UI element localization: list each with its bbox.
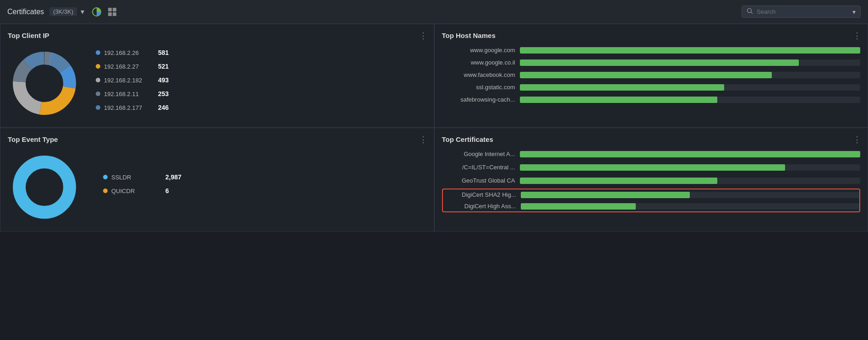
main-grid: Top Client IP ⋮ xyxy=(0,24,868,232)
legend-value: 246 xyxy=(158,104,169,111)
svg-rect-4 xyxy=(113,12,116,16)
top-client-ip-title: Top Client IP xyxy=(8,32,426,39)
svg-rect-1 xyxy=(108,8,112,11)
legend-label: 192.168.2.26 xyxy=(104,49,154,56)
bar-track xyxy=(520,47,861,54)
legend-dot xyxy=(96,105,100,110)
cert-bar-track xyxy=(521,203,860,210)
client-ip-donut-chart xyxy=(8,47,81,120)
bar-fill xyxy=(520,72,772,78)
legend-dot xyxy=(96,92,100,96)
top-event-type-title: Top Event Type xyxy=(8,135,426,143)
legend-label: 192.168.2.27 xyxy=(104,63,154,70)
cert-bar-item: DigiCert High Ass... xyxy=(443,203,860,210)
count-dropdown-button[interactable]: ▾ xyxy=(81,7,84,16)
svg-line-6 xyxy=(751,12,753,14)
svg-point-14 xyxy=(19,162,70,212)
cert-bar-track xyxy=(520,178,861,184)
bar-item: ssl.gstatic.com xyxy=(442,84,861,91)
bar-fill xyxy=(520,47,861,54)
cert-bar-label: GeoTrust Global CA xyxy=(442,177,515,184)
legend-item: 192.168.2.26 581 xyxy=(96,49,169,56)
cert-bar-fill xyxy=(521,203,636,210)
event-type-legend: SSLDR 2,987 QUICDR 6 xyxy=(103,173,181,201)
legend-item: QUICDR 6 xyxy=(103,187,181,194)
bar-fill xyxy=(520,59,799,66)
legend-item: 192.168.2.27 521 xyxy=(96,63,169,70)
svg-rect-3 xyxy=(108,12,112,16)
pie-chart-view-button[interactable] xyxy=(92,7,102,17)
event-type-content: SSLDR 2,987 QUICDR 6 xyxy=(8,151,426,224)
bar-label: www.google.com xyxy=(442,47,515,54)
legend-dot xyxy=(103,189,108,193)
legend-value: 2,987 xyxy=(165,173,181,181)
cert-bar-fill xyxy=(520,178,717,184)
legend-dot xyxy=(103,175,108,179)
svg-point-5 xyxy=(748,9,752,13)
legend-dot xyxy=(96,78,100,82)
cert-bar-item: DigiCert SHA2 Hig... xyxy=(443,191,860,198)
bar-label: www.google.co.il xyxy=(442,59,515,66)
bar-fill xyxy=(520,97,717,103)
bar-label: safebrowsing-cach... xyxy=(442,96,515,103)
bar-item: www.facebook.com xyxy=(442,71,861,78)
top-client-ip-menu-button[interactable]: ⋮ xyxy=(419,31,427,41)
top-certificates-panel: Top Certificates ⋮ Google Internet A... … xyxy=(434,128,868,232)
top-host-names-title: Top Host Names xyxy=(442,32,861,39)
record-count: (3K/3K) xyxy=(49,7,77,16)
legend-value: 521 xyxy=(158,63,169,70)
cert-bar-label: /C=IL/ST=Central ... xyxy=(442,164,515,171)
cert-bar-fill xyxy=(521,192,690,198)
cert-bar-track xyxy=(520,151,861,157)
search-icon xyxy=(747,8,753,16)
top-event-type-menu-button[interactable]: ⋮ xyxy=(419,135,427,145)
legend-item: 192.168.2.11 253 xyxy=(96,90,169,97)
bar-item: www.google.co.il xyxy=(442,59,861,66)
legend-value: 253 xyxy=(158,90,169,97)
cert-bar-label: DigiCert High Ass... xyxy=(443,203,516,210)
bar-track xyxy=(520,84,861,91)
bar-label: www.facebook.com xyxy=(442,71,515,78)
top-host-names-panel: Top Host Names ⋮ www.google.com www.goog… xyxy=(434,24,868,128)
view-toggle xyxy=(92,7,117,17)
header: Certificates (3K/3K) ▾ xyxy=(0,0,868,24)
bar-track xyxy=(520,72,861,78)
legend-item: 192.168.2.182 493 xyxy=(96,76,169,84)
legend-dot xyxy=(96,64,100,69)
top-client-ip-panel: Top Client IP ⋮ xyxy=(0,24,434,128)
cert-highlight-list: DigiCert SHA2 Hig... DigiCert High Ass..… xyxy=(443,191,860,210)
cert-bar-fill xyxy=(520,164,786,171)
client-ip-content: 192.168.2.26 581 192.168.2.27 521 192.16… xyxy=(8,47,426,120)
legend-value: 6 xyxy=(165,187,169,194)
certificates-bar-list: Google Internet A... /C=IL/ST=Central ..… xyxy=(442,151,861,184)
bar-label: ssl.gstatic.com xyxy=(442,84,515,91)
legend-label: 192.168.2.11 xyxy=(104,91,154,97)
legend-value: 493 xyxy=(158,76,169,84)
cert-bar-item: GeoTrust Global CA xyxy=(442,177,861,184)
cert-bar-item: /C=IL/ST=Central ... xyxy=(442,164,861,171)
app-title: Certificates xyxy=(7,8,44,16)
top-certificates-menu-button[interactable]: ⋮ xyxy=(853,135,861,145)
legend-label: 192.168.2.177 xyxy=(104,104,154,111)
legend-value: 581 xyxy=(158,49,169,56)
search-container: ▾ xyxy=(742,5,861,18)
grid-view-button[interactable] xyxy=(107,7,117,17)
bar-track xyxy=(520,59,861,66)
cert-bar-label: DigiCert SHA2 Hig... xyxy=(443,191,516,198)
top-host-names-menu-button[interactable]: ⋮ xyxy=(853,31,861,41)
cert-bar-fill xyxy=(520,151,861,157)
legend-item: 192.168.2.177 246 xyxy=(96,104,169,111)
bar-item: safebrowsing-cach... xyxy=(442,96,861,103)
cert-bar-track xyxy=(520,164,861,171)
cert-highlight-box: DigiCert SHA2 Hig... DigiCert High Ass..… xyxy=(442,189,861,212)
legend-dot xyxy=(96,50,100,55)
host-names-bar-list: www.google.com www.google.co.il www.face… xyxy=(442,47,861,103)
bar-fill xyxy=(520,84,724,91)
legend-label: QUICDR xyxy=(111,188,162,194)
top-certificates-title: Top Certificates xyxy=(442,135,861,143)
search-input[interactable] xyxy=(757,8,852,15)
legend-label: SSLDR xyxy=(111,174,162,181)
cert-bar-label: Google Internet A... xyxy=(442,151,515,157)
cert-bar-track xyxy=(521,192,860,198)
search-dropdown-button[interactable]: ▾ xyxy=(852,8,856,16)
